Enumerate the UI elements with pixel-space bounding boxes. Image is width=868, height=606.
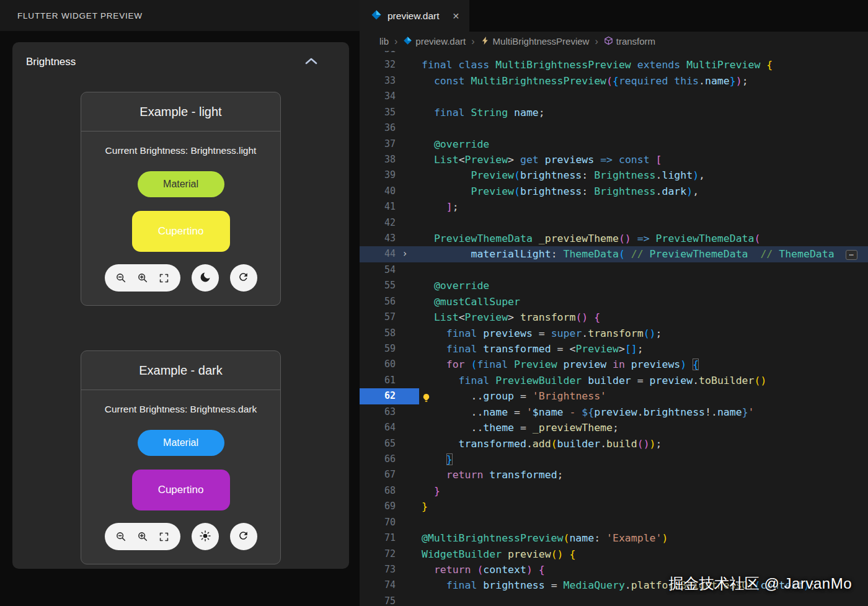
gutter[interactable]: 61 [360, 373, 419, 388]
code-line[interactable]: 32final class MultiBrightnessPreview ext… [360, 57, 868, 73]
breadcrumb-item-method[interactable]: transform [604, 36, 655, 47]
line-number[interactable]: 67 [360, 467, 396, 483]
line-number[interactable]: 32 [360, 57, 396, 73]
gutter[interactable]: 32 [360, 57, 419, 73]
refresh-button[interactable] [230, 264, 257, 292]
gutter[interactable]: 68 [360, 483, 419, 499]
code-line[interactable]: 75 [360, 594, 868, 606]
gutter[interactable]: 59 [360, 341, 419, 357]
line-number[interactable]: 66 [360, 452, 396, 467]
line-number[interactable]: 39 [360, 167, 396, 183]
line-number[interactable]: 72 [360, 546, 396, 562]
cupertino-button[interactable]: Cupertino [132, 470, 230, 510]
code-line[interactable]: 31 [360, 51, 868, 57]
code-line[interactable]: 70 [360, 515, 868, 530]
line-number[interactable]: 70 [360, 515, 396, 530]
line-number[interactable]: 71 [360, 530, 396, 546]
gutter[interactable]: 63 [360, 404, 419, 420]
code-line[interactable]: 36 [360, 120, 868, 136]
code-line[interactable]: 56 @mustCallSuper [360, 294, 868, 310]
code-line[interactable]: 43 PreviewThemeData _previewTheme() => P… [360, 231, 868, 246]
light-mode-toggle-button[interactable] [192, 523, 219, 550]
gutter[interactable]: 39 [360, 167, 419, 183]
tab-preview-dart[interactable]: preview.dart ✕ [360, 0, 469, 32]
code-line[interactable]: 54 [360, 262, 868, 278]
gutter[interactable]: 70 [360, 515, 419, 530]
line-number[interactable]: 34 [360, 89, 396, 104]
gutter[interactable]: 72 [360, 546, 419, 562]
gutter[interactable]: 56 [360, 294, 419, 310]
gutter[interactable]: 64 [360, 420, 419, 435]
line-number[interactable]: 59 [360, 341, 396, 357]
breadcrumb-item-lib[interactable]: lib [379, 36, 389, 47]
line-number[interactable]: 55 [360, 278, 396, 293]
gutter[interactable]: 34 [360, 89, 419, 104]
code-line[interactable]: 58 final previews = super.transform(); [360, 326, 868, 341]
fold-ellipsis[interactable]: ⋯ [846, 250, 857, 260]
gutter[interactable]: 71 [360, 530, 419, 546]
code-line[interactable]: 39 Preview(brightness: Brightness.light)… [360, 167, 868, 183]
line-number[interactable]: 73 [360, 562, 396, 577]
gutter[interactable]: 33 [360, 73, 419, 89]
code-line[interactable]: 37 @override [360, 136, 868, 152]
line-number[interactable]: 75 [360, 594, 396, 606]
material-button[interactable]: Material [138, 430, 224, 456]
gutter[interactable]: 58 [360, 326, 419, 341]
line-number[interactable]: 56 [360, 294, 396, 310]
line-number[interactable]: 44 [360, 246, 396, 262]
fold-chevron-icon[interactable]: › [396, 246, 414, 262]
gutter[interactable]: 41 [360, 199, 419, 215]
code-line[interactable]: 55 @override [360, 278, 868, 293]
fit-screen-icon[interactable] [159, 273, 169, 283]
close-icon[interactable]: ✕ [453, 11, 460, 21]
code-line[interactable]: 61 final PreviewBuilder builder = previe… [360, 373, 868, 388]
line-number[interactable]: 38 [360, 152, 396, 167]
line-number[interactable]: 43 [360, 231, 396, 246]
code-line[interactable]: 71@MultiBrightnessPreview(name: 'Example… [360, 530, 868, 546]
code-line[interactable]: 33 const MultiBrightnessPreview({require… [360, 73, 868, 89]
gutter[interactable]: 65 [360, 436, 419, 452]
gutter[interactable]: 36 [360, 120, 419, 136]
code-line[interactable]: 64 ..theme = _previewTheme; [360, 420, 868, 435]
line-number[interactable]: 31 [360, 51, 396, 57]
gutter[interactable]: 69 [360, 499, 419, 514]
line-number[interactable]: 35 [360, 105, 396, 120]
gutter[interactable]: 66 [360, 452, 419, 467]
breadcrumb-item-class[interactable]: MultiBrightnessPreview [480, 36, 590, 47]
cupertino-button[interactable]: Cupertino [132, 211, 230, 252]
gutter[interactable]: 37 [360, 136, 419, 152]
code-line[interactable]: 57 List<Preview> transform() { [360, 310, 868, 325]
line-number[interactable]: 42 [360, 215, 396, 231]
line-number[interactable]: 74 [360, 577, 396, 593]
line-number[interactable]: 58 [360, 326, 396, 341]
gutter[interactable]: 40 [360, 184, 419, 199]
code-line[interactable]: 44› materialLight: ThemeData( // Preview… [360, 246, 868, 262]
code-line[interactable]: 59 final transformed = <Preview>[]; [360, 341, 868, 357]
line-number[interactable]: 69 [360, 499, 396, 514]
zoom-out-icon[interactable] [115, 531, 126, 542]
code-line[interactable]: 40 Preview(brightness: Brightness.dark), [360, 184, 868, 199]
zoom-in-icon[interactable] [137, 531, 148, 542]
line-number[interactable]: 68 [360, 483, 396, 499]
code-line[interactable]: 42 [360, 215, 868, 231]
code-line[interactable]: 66 } [360, 452, 868, 467]
line-number[interactable]: 36 [360, 120, 396, 136]
code-line[interactable]: 72WidgetBuilder preview() { [360, 546, 868, 562]
material-button[interactable]: Material [138, 171, 224, 197]
code-line[interactable]: 63 ..name = '$name - ${preview.brightnes… [360, 404, 868, 420]
gutter[interactable]: 54 [360, 262, 419, 278]
code-line[interactable]: 38 List<Preview> get previews => const [ [360, 152, 868, 167]
line-number[interactable]: 54 [360, 262, 396, 278]
gutter[interactable]: 57 [360, 310, 419, 325]
code-line[interactable]: 65 transformed.add(builder.build()); [360, 436, 868, 452]
code-line[interactable]: 68 } [360, 483, 868, 499]
gutter[interactable]: 42 [360, 215, 419, 231]
code-line[interactable]: 60 for (final Preview preview in preview… [360, 357, 868, 372]
line-number[interactable]: 57 [360, 310, 396, 325]
line-number[interactable]: 61 [360, 373, 396, 388]
code-line[interactable]: 62 ..group = 'Brightness' [360, 388, 868, 404]
line-number[interactable]: 63 [360, 404, 396, 420]
gutter[interactable]: 60 [360, 357, 419, 372]
gutter[interactable]: 62 [360, 388, 419, 404]
dark-mode-toggle-button[interactable] [192, 264, 219, 292]
